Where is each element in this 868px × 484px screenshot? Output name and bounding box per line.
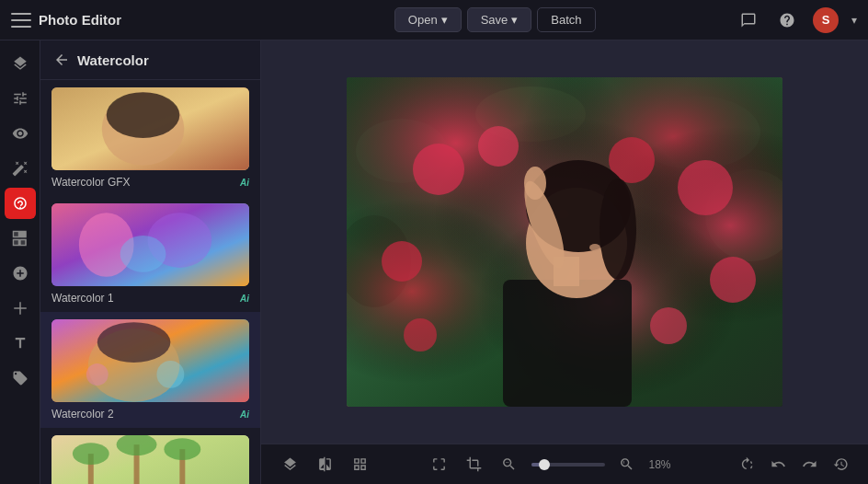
- menu-icon[interactable]: [11, 13, 31, 28]
- zoom-in-button[interactable]: [614, 452, 640, 478]
- layers-icon: [12, 55, 29, 72]
- main-photo: [347, 77, 782, 407]
- filter-thumb-gfx: [51, 87, 249, 170]
- svg-point-10: [156, 361, 184, 388]
- tool-filter[interactable]: [5, 188, 36, 219]
- effects-icon: [12, 160, 29, 177]
- svg-point-46: [600, 179, 636, 280]
- svg-point-39: [710, 257, 756, 303]
- fit-screen-button[interactable]: [427, 452, 452, 478]
- app-title: Photo Editor: [39, 12, 121, 28]
- filter-preview-1: [51, 203, 249, 286]
- filter-thumb-3: [51, 435, 249, 484]
- filter-preview-gfx: [51, 87, 249, 170]
- filter-label-gfx: Watercolor GFX Ai: [51, 176, 249, 189]
- canvas-content[interactable]: [261, 40, 868, 444]
- svg-point-47: [589, 244, 600, 251]
- zoom-percent-label: 18%: [649, 458, 681, 471]
- zoom-slider-thumb: [539, 459, 550, 470]
- crop-button[interactable]: [462, 452, 487, 478]
- canvas-area: 18%: [261, 40, 868, 484]
- help-icon-button[interactable]: [774, 7, 800, 33]
- rotate-right-icon: [739, 456, 755, 472]
- svg-point-34: [413, 144, 464, 195]
- filter-item-2[interactable]: Watercolor 2 Ai: [40, 312, 260, 428]
- tool-adjust[interactable]: [5, 83, 36, 114]
- compare-icon: [317, 456, 333, 472]
- bottom-right-tools: [734, 452, 853, 478]
- filter-label-1: Watercolor 1 Ai: [51, 292, 249, 305]
- svg-rect-42: [503, 280, 632, 407]
- batch-button[interactable]: Batch: [537, 7, 595, 32]
- eye-icon: [12, 125, 29, 142]
- filter-item-3[interactable]: Watercolor 3 Ai: [40, 428, 260, 484]
- zoom-slider-container: [531, 463, 605, 467]
- filter-thumb-2: [51, 319, 249, 402]
- svg-point-35: [478, 126, 519, 167]
- main-photo-svg: [347, 77, 782, 407]
- filter-panel: Watercolor: [40, 40, 261, 484]
- zoom-out-button[interactable]: [497, 452, 522, 478]
- svg-point-16: [73, 443, 109, 465]
- adjust-icon: [12, 90, 29, 107]
- history-icon: [833, 456, 849, 472]
- filter-list: Watercolor GFX Ai: [40, 80, 260, 484]
- tool-eye[interactable]: [5, 118, 36, 149]
- chat-icon: [740, 12, 757, 29]
- open-button[interactable]: Open ▾: [394, 7, 462, 32]
- zoom-slider[interactable]: [531, 463, 605, 467]
- history-bottom-button[interactable]: [311, 451, 338, 478]
- account-chevron-icon[interactable]: [851, 14, 857, 27]
- avatar[interactable]: S: [813, 7, 839, 33]
- filter-item-1[interactable]: Watercolor 1 Ai: [40, 196, 260, 312]
- chat-icon-button[interactable]: [736, 7, 761, 33]
- history-button[interactable]: [828, 452, 853, 478]
- svg-point-18: [164, 438, 200, 460]
- text-icon: [12, 335, 29, 351]
- panel-back-button[interactable]: [53, 52, 70, 68]
- filter-label-2: Watercolor 2 Ai: [51, 408, 249, 421]
- tool-layers[interactable]: [5, 48, 36, 79]
- tool-text[interactable]: [5, 328, 36, 359]
- stamp-icon: [12, 370, 29, 386]
- filter-item-gfx[interactable]: Watercolor GFX Ai: [40, 80, 260, 196]
- svg-point-38: [382, 241, 422, 282]
- svg-point-49: [524, 167, 546, 200]
- grid-icon: [352, 456, 368, 472]
- bottom-left-tools: [276, 451, 373, 478]
- svg-point-2: [107, 92, 180, 138]
- header: Photo Editor Open ▾ Save ▾ Batch S: [0, 0, 868, 40]
- svg-point-6: [120, 236, 166, 272]
- zoom-in-icon: [619, 456, 634, 472]
- filter-thumb-1: [51, 203, 249, 286]
- left-toolbar: [0, 40, 40, 484]
- filter-preview-3: [51, 435, 249, 484]
- filter-preview-2: [51, 319, 249, 402]
- shape-icon: [12, 300, 29, 317]
- save-button[interactable]: Save ▾: [467, 7, 532, 32]
- tool-stamp[interactable]: [5, 363, 36, 394]
- main-area: Watercolor: [0, 40, 868, 484]
- crop-icon: [466, 456, 482, 472]
- undo-button[interactable]: [765, 452, 791, 478]
- back-arrow-icon: [53, 52, 70, 68]
- rotate-right-button[interactable]: [734, 452, 760, 478]
- bottom-toolbar: 18%: [261, 444, 868, 484]
- tool-effects[interactable]: [5, 153, 36, 184]
- grid-bottom-button[interactable]: [346, 451, 373, 478]
- redo-button[interactable]: [796, 452, 822, 478]
- header-right: S: [736, 7, 857, 33]
- tool-objects[interactable]: [5, 258, 36, 289]
- filter-icon: [12, 195, 29, 212]
- tool-shape[interactable]: [5, 293, 36, 324]
- bottom-center: 18%: [381, 452, 726, 478]
- objects-icon: [12, 265, 29, 282]
- svg-point-37: [678, 160, 733, 215]
- fit-screen-icon: [431, 456, 447, 472]
- layers-bottom-button[interactable]: [276, 451, 303, 478]
- svg-point-11: [86, 363, 108, 386]
- help-icon: [779, 12, 795, 29]
- svg-point-40: [650, 307, 687, 344]
- layers-bottom-icon: [282, 456, 298, 472]
- tool-frames[interactable]: [5, 223, 36, 254]
